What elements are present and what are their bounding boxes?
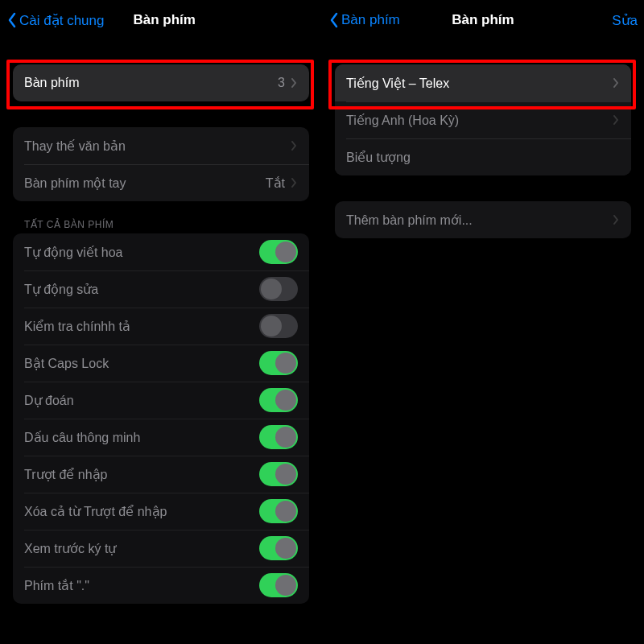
left-nav-bar: Cài đặt chung Bàn phím [0,0,322,40]
toggle-label: Dự đoán [24,393,259,408]
add-new-keyboard-row[interactable]: Thêm bàn phím mới... [335,201,631,238]
keyboard-item-english[interactable]: Tiếng Anh (Hoa Kỳ) [335,101,631,138]
back-button-general[interactable]: Cài đặt chung [6,11,104,29]
switch-knob [275,353,296,374]
toggle-label: Dấu câu thông minh [24,430,259,445]
toggle-row: Trượt để nhập [13,456,309,493]
toggle-switch[interactable] [259,499,298,523]
toggle-row: Phím tắt "." [13,567,309,604]
toggle-row: Xem trước ký tự [13,530,309,567]
toggle-switch[interactable] [259,536,298,560]
chevron-right-icon [612,213,620,226]
toggle-row: Tự động viết hoa [13,233,309,270]
toggle-label: Xóa cả từ Trượt để nhập [24,504,259,519]
toggle-row: Xóa cả từ Trượt để nhập [13,493,309,530]
add-keyboard-group: Thêm bàn phím mới... [335,201,631,238]
switch-knob [275,575,296,596]
switch-knob [275,242,296,262]
toggle-switch[interactable] [259,388,298,412]
toggle-label: Xem trước ký tự [24,541,259,556]
toggle-switch[interactable] [259,314,298,338]
toggle-label: Kiểm tra chínhh tả [24,319,259,334]
edit-button[interactable]: Sửa [612,12,638,29]
switch-knob [261,316,282,336]
chevron-right-icon [290,76,298,89]
keyboards-group: Bàn phím 3 [13,64,309,101]
all-keyboards-toggle-list: Tự động viết hoaTự động sửaKiểm tra chín… [13,233,309,604]
text-replacement-row[interactable]: Thay thế văn bản [13,127,309,164]
toggle-label: Tự động viết hoa [24,245,259,260]
keyboard-item-label: Biểu tượng [346,150,620,165]
keyboard-item-label: Tiếng Việt – Telex [346,76,612,91]
switch-knob [275,427,296,448]
chevron-right-icon [290,139,298,152]
back-button-keyboard[interactable]: Bàn phím [328,11,400,29]
toggle-row: Tự động sửa [13,270,309,308]
keyboard-item-emoji[interactable]: Biểu tượng [335,138,631,175]
text-replacement-label: Thay thế văn bản [24,138,290,154]
keyboard-list-group: Tiếng Việt – Telex Tiếng Anh (Hoa Kỳ) Bi… [335,64,631,175]
switch-knob [275,538,296,559]
chevron-right-icon [612,76,620,89]
toggle-switch[interactable] [259,462,298,486]
toggle-label: Trượt để nhập [24,467,259,482]
chevron-right-icon [290,176,298,189]
back-label: Cài đặt chung [19,12,104,29]
switch-knob [261,279,282,299]
toggle-switch[interactable] [259,240,298,264]
toggle-row: Dấu câu thông minh [13,419,309,456]
toggle-switch[interactable] [259,351,298,375]
chevron-right-icon [612,114,620,126]
toggle-switch[interactable] [259,277,298,301]
toggle-row: Bật Caps Lock [13,345,309,382]
toggle-row: Kiểm tra chínhh tả [13,308,309,345]
toggle-label: Bật Caps Lock [24,356,259,371]
one-handed-row[interactable]: Bàn phím một tay Tắt [13,164,309,201]
keyboard-item-telex[interactable]: Tiếng Việt – Telex [335,64,631,101]
switch-knob [275,390,296,411]
toggle-switch[interactable] [259,425,298,449]
add-new-keyboard-label: Thêm bàn phím mới... [346,213,612,228]
page-title: Bàn phím [104,12,316,28]
text-group: Thay thế văn bản Bàn phím một tay Tắt [13,127,309,201]
section-header-all-keyboards: TẤT CẢ BÀN PHÍM [24,219,298,230]
right-nav-bar: Bàn phím Bàn phím Sửa [322,0,644,40]
toggle-label: Tự động sửa [24,282,259,297]
chevron-left-icon [6,11,18,29]
toggle-label: Phím tắt "." [24,578,259,593]
keyboard-item-label: Tiếng Anh (Hoa Kỳ) [346,113,612,128]
toggle-switch[interactable] [259,573,298,597]
one-handed-value: Tắt [266,175,285,191]
keyboards-row[interactable]: Bàn phím 3 [13,64,309,101]
back-label: Bàn phím [341,12,400,28]
keyboards-count: 3 [278,76,285,90]
keyboards-label: Bàn phím [24,76,278,90]
toggle-row: Dự đoán [13,382,309,419]
chevron-left-icon [328,11,340,29]
switch-knob [275,464,296,485]
switch-knob [275,501,296,522]
one-handed-label: Bàn phím một tay [24,175,266,191]
